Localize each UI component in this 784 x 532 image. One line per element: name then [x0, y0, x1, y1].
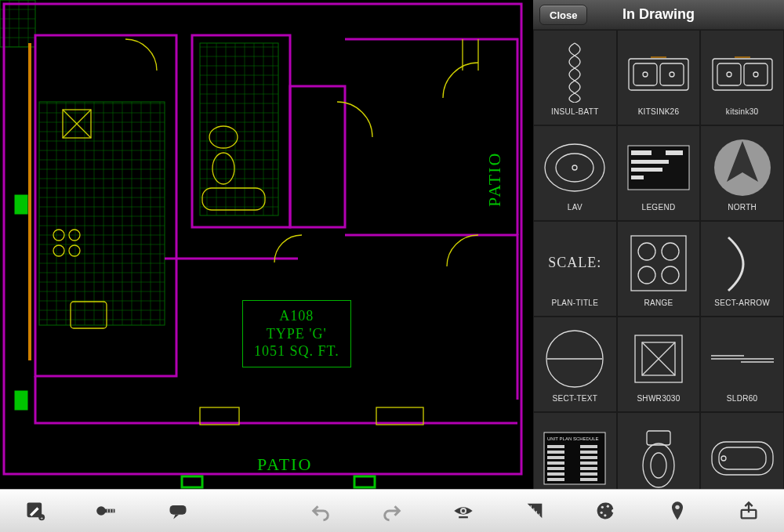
bottom-toolbar: +	[0, 489, 784, 532]
svg-point-87	[675, 505, 679, 509]
patio-label-bottom: PATIO	[257, 454, 312, 475]
redo-button[interactable]	[375, 494, 409, 528]
block-label: LEGEND	[642, 203, 676, 212]
svg-rect-1	[39, 102, 165, 325]
layers-button[interactable]	[232, 494, 267, 528]
svg-rect-64	[580, 467, 597, 470]
close-button[interactable]: Close	[539, 5, 587, 25]
block-cell-NORTH[interactable]: NORTH	[700, 125, 784, 221]
svg-point-83	[601, 506, 603, 508]
svg-rect-80	[170, 505, 187, 515]
block-cell-kitsink30[interactable]: kitsink30	[700, 30, 784, 125]
svg-point-85	[600, 512, 602, 514]
svg-rect-36	[631, 176, 644, 179]
svg-rect-61	[547, 461, 564, 465]
svg-rect-16	[354, 476, 375, 487]
block-cell-toilet[interactable]	[617, 412, 701, 489]
scale-icon: SCALE:	[541, 231, 608, 295]
secttext-icon	[541, 327, 608, 391]
block-label: RANGE	[644, 299, 673, 307]
panel-header: Close In Drawing	[533, 0, 784, 30]
draw-tool-button[interactable]: +	[18, 494, 53, 528]
block-cell-SHWR3030[interactable]: SHWR3030	[617, 317, 701, 412]
svg-point-40	[638, 243, 655, 260]
legend-icon	[625, 136, 692, 200]
patio-label-right: PATIO	[485, 152, 505, 207]
svg-rect-3	[0, 0, 35, 47]
svg-point-74	[721, 456, 726, 461]
svg-rect-21	[660, 63, 684, 85]
svg-point-30	[556, 154, 593, 182]
svg-rect-55	[547, 445, 564, 448]
svg-point-31	[572, 165, 577, 170]
block-cell-tub[interactable]	[700, 412, 784, 489]
svg-rect-59	[547, 456, 564, 459]
block-cell-SECT-TEXT[interactable]: SECT-TEXT	[533, 317, 617, 412]
block-cell-RANGE[interactable]: RANGE	[617, 221, 701, 317]
svg-rect-63	[547, 467, 564, 470]
location-pin-button[interactable]	[660, 494, 695, 528]
svg-point-22	[643, 72, 648, 77]
svg-rect-37	[666, 150, 683, 155]
shwr-icon	[625, 327, 692, 391]
block-label: PLAN-TITLE	[551, 299, 598, 307]
insul-icon	[541, 40, 608, 104]
svg-rect-35	[631, 168, 662, 172]
svg-point-28	[753, 72, 758, 77]
scale-text: SCALE:	[548, 255, 601, 271]
floor-plan-svg	[0, 0, 533, 489]
undo-button[interactable]	[303, 494, 338, 528]
svg-rect-57	[547, 451, 564, 454]
annotation-tool-button[interactable]	[161, 494, 195, 528]
snap-settings-button[interactable]	[517, 494, 552, 528]
north-icon	[709, 136, 776, 200]
svg-point-71	[651, 453, 666, 478]
tub-icon	[709, 426, 776, 489]
svg-rect-60	[580, 456, 597, 459]
share-button[interactable]	[731, 494, 766, 528]
block-grid[interactable]: INSUL-BATTKITSINK26kitsink30LAVLEGENDNOR…	[533, 30, 784, 489]
svg-rect-68	[580, 478, 597, 481]
svg-point-82	[462, 509, 465, 512]
svg-point-23	[670, 72, 674, 77]
color-palette-button[interactable]	[589, 494, 623, 528]
lav-icon	[541, 136, 608, 200]
block-label: NORTH	[728, 203, 757, 212]
svg-rect-20	[633, 63, 657, 85]
block-cell-LEGEND[interactable]: LEGEND	[617, 125, 701, 221]
svg-rect-33	[631, 150, 652, 155]
svg-rect-2	[200, 43, 278, 215]
block-label: SECT-TEXT	[552, 394, 597, 403]
block-cell-SLDR60[interactable]: SLDR60	[700, 317, 784, 412]
plan-type: TYPE 'G'	[254, 325, 339, 343]
plan-id: A108	[254, 307, 339, 325]
svg-rect-67	[547, 478, 564, 481]
svg-rect-66	[580, 472, 597, 476]
block-cell-schedule[interactable]: UNIT PLAN SCHEDULE	[533, 412, 617, 489]
block-label: KITSINK26	[638, 107, 680, 116]
sectarrow-icon	[709, 231, 776, 295]
block-label: SLDR60	[727, 394, 758, 403]
view-modes-button[interactable]	[446, 494, 481, 528]
sldr-icon	[709, 327, 776, 391]
svg-point-84	[606, 505, 608, 508]
block-label: INSUL-BATT	[551, 107, 599, 116]
measure-tool-button[interactable]	[89, 494, 124, 528]
svg-rect-69	[647, 431, 670, 445]
svg-rect-17	[16, 392, 27, 409]
block-library-panel: Close In Drawing INSUL-BATTKITSINK26kits…	[533, 0, 784, 489]
svg-rect-25	[717, 63, 741, 85]
svg-point-70	[643, 443, 674, 487]
block-cell-INSUL-BATT[interactable]: INSUL-BATT	[533, 30, 617, 125]
svg-rect-26	[744, 63, 768, 85]
range-icon	[625, 231, 692, 295]
svg-point-42	[638, 266, 655, 284]
block-cell-LAV[interactable]: LAV	[533, 125, 617, 221]
svg-point-41	[662, 243, 679, 260]
block-cell-KITSINK26[interactable]: KITSINK26	[617, 30, 701, 125]
toilet-icon	[625, 426, 692, 489]
block-cell-PLAN-TITLE[interactable]: SCALE:PLAN-TITLE	[533, 221, 617, 317]
plan-area: 1051 SQ. FT.	[254, 342, 339, 360]
kitsink2-icon	[625, 40, 692, 104]
block-cell-SECT-ARROW[interactable]: SECT-ARROW	[700, 221, 784, 317]
